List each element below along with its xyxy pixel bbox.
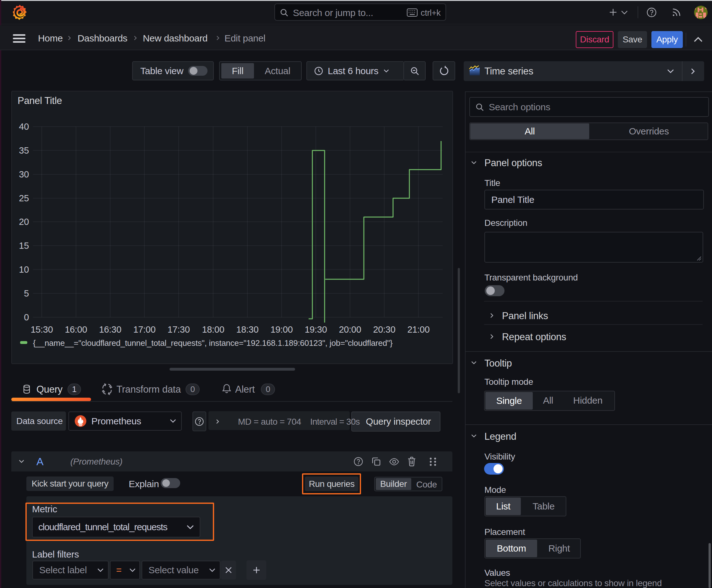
svg-text:18:00: 18:00 bbox=[202, 324, 224, 335]
svg-text:15: 15 bbox=[19, 240, 29, 251]
svg-text:5: 5 bbox=[24, 288, 29, 298]
svg-text:25: 25 bbox=[19, 193, 29, 203]
svg-text:20:30: 20:30 bbox=[373, 324, 395, 335]
svg-text:17:00: 17:00 bbox=[133, 324, 155, 335]
svg-text:15:30: 15:30 bbox=[30, 324, 53, 335]
svg-text:30: 30 bbox=[19, 169, 29, 180]
svg-text:35: 35 bbox=[19, 145, 29, 155]
svg-text:10: 10 bbox=[19, 265, 29, 275]
svg-text:16:30: 16:30 bbox=[99, 324, 121, 335]
svg-text:16:00: 16:00 bbox=[65, 324, 87, 335]
svg-text:{__name__="cloudflared_tunnel_: {__name__="cloudflared_tunnel_total_requ… bbox=[33, 338, 393, 348]
svg-text:18:30: 18:30 bbox=[236, 324, 258, 335]
svg-text:0: 0 bbox=[24, 312, 29, 322]
svg-text:19:30: 19:30 bbox=[304, 324, 327, 335]
svg-text:40: 40 bbox=[19, 122, 29, 132]
svg-text:20: 20 bbox=[19, 217, 29, 227]
svg-text:21:00: 21:00 bbox=[407, 324, 429, 335]
svg-text:17:30: 17:30 bbox=[167, 324, 190, 335]
svg-text:20:00: 20:00 bbox=[339, 324, 361, 335]
svg-text:19:00: 19:00 bbox=[270, 324, 293, 335]
